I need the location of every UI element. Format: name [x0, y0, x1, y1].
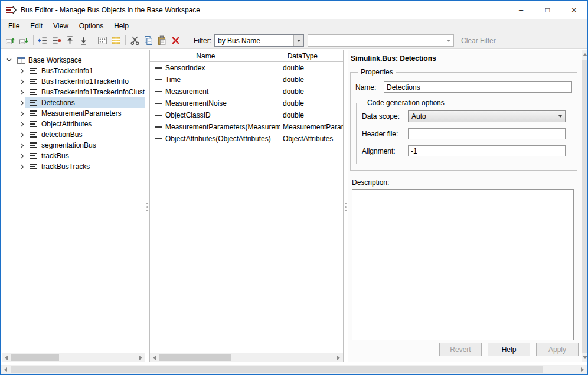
tree-item-label: Detections	[41, 99, 75, 107]
scroll-left-icon[interactable]	[1, 365, 10, 374]
name-field[interactable]	[384, 81, 572, 93]
insert-element-icon[interactable]	[50, 34, 63, 47]
description-field[interactable]	[352, 189, 574, 340]
toolbar: Filter: by Bus Name Clear Filter	[1, 32, 587, 49]
tree-item-label: BusTrackerInfo1TrackerInfo	[41, 77, 129, 86]
tree-item[interactable]: detectionBus	[2, 129, 145, 140]
header-file-field[interactable]	[408, 128, 566, 139]
chevron-right-icon[interactable]	[19, 122, 25, 127]
scrollbar-thumb[interactable]	[11, 354, 59, 361]
minimize-button[interactable]: –	[508, 1, 534, 19]
apply-button[interactable]: Apply	[536, 343, 579, 356]
chevron-right-icon[interactable]	[19, 132, 25, 138]
tree-root-label: Base Workspace	[28, 56, 82, 64]
filter-mode-dropdown[interactable]: by Bus Name	[214, 34, 304, 47]
bus-object-icon	[30, 142, 38, 148]
table-view-icon[interactable]	[109, 34, 123, 47]
close-button[interactable]: ×	[561, 1, 587, 19]
delete-icon[interactable]	[169, 34, 182, 47]
tree-item[interactable]: trackBusTracks	[2, 161, 145, 172]
chevron-down-icon[interactable]	[6, 57, 12, 63]
scrollbar-thumb[interactable]	[159, 354, 231, 361]
menu-help[interactable]: Help	[109, 20, 134, 32]
tree-item[interactable]: segmentationBus	[2, 140, 145, 151]
tree-item[interactable]: BusTrackerInfo1TrackerInfoClusters	[2, 87, 145, 97]
table-row[interactable]: MeasurementParameters(Measureme... Measu…	[150, 121, 343, 133]
tree-item[interactable]: BusTrackerInfo1TrackerInfo	[2, 76, 145, 87]
table-row[interactable]: Measurement double	[150, 86, 343, 97]
chevron-right-icon[interactable]	[19, 100, 25, 106]
table-horizontal-scrollbar[interactable]	[150, 353, 343, 362]
window-title: Bus Editor - Manage Bus Objects in the B…	[21, 6, 200, 14]
add-nested-bus-icon[interactable]	[17, 34, 31, 47]
table-row[interactable]: MeasurementNoise double	[150, 97, 343, 109]
table-row[interactable]: Time double	[150, 74, 343, 86]
menu-view[interactable]: View	[48, 20, 74, 32]
scroll-right-icon[interactable]	[334, 353, 343, 362]
chevron-right-icon[interactable]	[19, 111, 25, 116]
splitter-left[interactable]	[145, 50, 149, 362]
chevron-right-icon[interactable]	[19, 79, 25, 84]
scrollbar-thumb[interactable]	[11, 366, 543, 373]
scroll-right-icon[interactable]	[136, 353, 145, 362]
tree-item-label: trackBus	[41, 152, 69, 160]
tree-item[interactable]: trackBus	[2, 151, 145, 161]
tree-root-base-workspace[interactable]: Base Workspace	[2, 54, 145, 66]
chevron-right-icon[interactable]	[19, 90, 25, 95]
scroll-right-icon[interactable]	[578, 365, 587, 374]
tree-item[interactable]: ObjectAttributes	[2, 119, 145, 129]
splitter-right[interactable]	[344, 50, 348, 362]
maximize-button[interactable]: □	[534, 1, 561, 19]
help-button[interactable]: Help	[488, 343, 530, 356]
toolbar-separator	[93, 35, 93, 45]
filter-query-input[interactable]	[308, 35, 444, 45]
filter-query-combo[interactable]	[308, 34, 454, 47]
table-row[interactable]: ObjectAttributes(ObjectAttributes) Objec…	[150, 133, 343, 145]
scroll-left-icon[interactable]	[2, 353, 11, 362]
move-up-icon[interactable]	[63, 34, 77, 47]
bus-object-icon	[30, 164, 38, 169]
chevron-right-icon[interactable]	[19, 69, 25, 74]
tree-item[interactable]: Detections	[2, 97, 145, 108]
scrollbar-thumb[interactable]	[582, 60, 587, 353]
vertical-scrollbar[interactable]	[582, 50, 588, 362]
bus-object-icon	[30, 153, 38, 159]
horizontal-scrollbar[interactable]	[1, 365, 587, 374]
copy-icon[interactable]	[142, 34, 155, 47]
paste-icon[interactable]	[155, 34, 169, 47]
scroll-left-icon[interactable]	[150, 353, 159, 362]
scroll-down-icon[interactable]	[582, 353, 588, 362]
data-scope-dropdown[interactable]: Auto	[408, 110, 566, 122]
add-bus-icon[interactable]	[4, 34, 17, 47]
table-row[interactable]: SensorIndex double	[150, 62, 343, 74]
menu-edit[interactable]: Edit	[25, 20, 48, 32]
column-header-name[interactable]: Name	[150, 50, 262, 61]
tree-item[interactable]: BusTrackerInfo1	[2, 66, 145, 76]
bus-element-icon	[155, 67, 162, 69]
chevron-right-icon[interactable]	[19, 143, 25, 148]
scroll-up-icon[interactable]	[582, 50, 588, 59]
properties-groupbox: Properties Name: Code generation options…	[350, 68, 577, 171]
revert-button[interactable]: Revert	[439, 343, 482, 356]
chevron-right-icon[interactable]	[19, 154, 25, 159]
menu-file[interactable]: File	[3, 20, 25, 32]
show-dialog-icon[interactable]	[96, 34, 109, 47]
move-down-icon[interactable]	[77, 34, 90, 47]
alignment-field[interactable]	[408, 145, 566, 156]
chevron-right-icon[interactable]	[19, 164, 25, 169]
window-controls: – □ ×	[508, 1, 587, 19]
promote-element-icon[interactable]	[36, 34, 50, 47]
column-header-datatype[interactable]: DataType	[262, 50, 343, 61]
bus-elements-panel: Name DataType SensorIndex double Time do…	[149, 50, 344, 362]
table-row[interactable]: ObjectClassID double	[150, 109, 343, 121]
menu-options[interactable]: Options	[74, 20, 109, 32]
menu-bar: File Edit View Options Help	[1, 19, 587, 32]
bus-object-icon	[30, 121, 38, 127]
cut-icon[interactable]	[128, 34, 142, 47]
chevron-down-icon[interactable]	[444, 40, 453, 42]
element-name: ObjectClassID	[165, 111, 211, 119]
clear-filter-button[interactable]: Clear Filter	[461, 37, 496, 45]
tree-horizontal-scrollbar[interactable]	[2, 353, 145, 362]
tree-item[interactable]: MeasurementParameters	[2, 108, 145, 119]
element-datatype: double	[283, 111, 304, 119]
